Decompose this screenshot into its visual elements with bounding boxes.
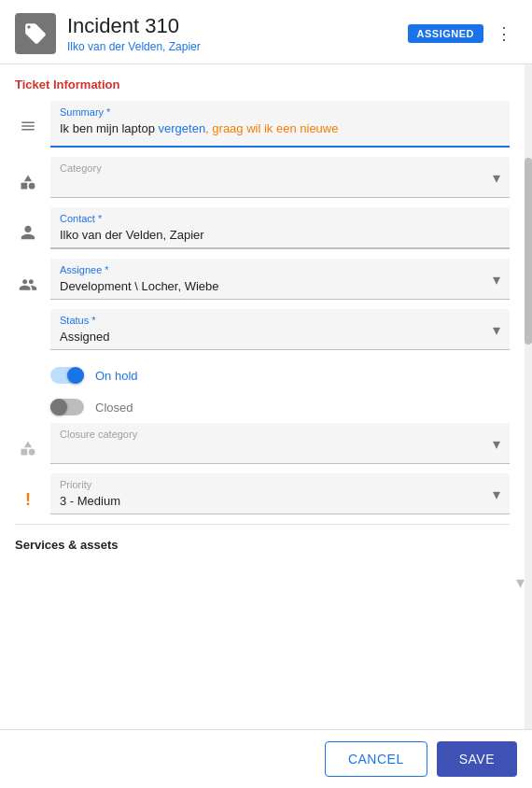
tag-svg <box>23 21 48 46</box>
priority-field-wrapper[interactable]: Priority 3 - Medium ▾ <box>50 473 510 514</box>
scrollbar-track[interactable] <box>525 64 532 729</box>
person-icon <box>20 224 36 241</box>
menu-icon <box>20 118 36 134</box>
header-text: Incident 310 Ilko van der Velden, Zapier <box>67 14 408 53</box>
contact-icon <box>15 207 41 241</box>
incident-title: Incident 310 <box>67 14 408 38</box>
main-content: Ticket Information Summary * Ik ben mijn… <box>0 64 532 729</box>
cancel-button[interactable]: CANCEL <box>325 741 427 777</box>
summary-part-1: Ik ben mijn laptop <box>60 121 159 135</box>
svg-point-2 <box>29 449 35 456</box>
closed-knob <box>50 399 67 415</box>
content-inner: Ticket Information Summary * Ik ben mijn… <box>0 64 532 572</box>
assignee-field-wrapper[interactable]: Assignee * Development \ Locher, Wiebe ▾ <box>50 259 510 300</box>
assignee-icon <box>15 259 41 294</box>
closed-row: Closed <box>15 391 510 423</box>
scrollbar-thumb[interactable] <box>525 158 532 345</box>
header-actions: ASSIGNED ⋮ <box>408 21 517 47</box>
contact-row: Contact * Ilko van der Velden, Zapier <box>15 207 510 249</box>
summary-part-3: , graag wil ik een nieuwe <box>205 121 338 135</box>
closure-category-field-wrapper[interactable]: Closure category ▾ <box>50 423 510 464</box>
closure-category-row: Closure category ▾ <box>15 423 510 464</box>
assignee-row: Assignee * Development \ Locher, Wiebe ▾ <box>15 259 510 300</box>
summary-field-wrapper: Summary * Ik ben mijn laptop vergeten, g… <box>50 101 510 148</box>
more-icon[interactable]: ⋮ <box>491 21 517 47</box>
incident-subtitle: Ilko van der Velden, Zapier <box>67 40 408 53</box>
closure-category-select[interactable] <box>50 423 510 464</box>
save-button[interactable]: SAVE <box>437 741 517 777</box>
summary-value[interactable]: Ik ben mijn laptop vergeten, graag wil i… <box>50 101 510 146</box>
svg-rect-3 <box>21 449 28 456</box>
summary-row: Summary * Ik ben mijn laptop vergeten, g… <box>15 101 510 148</box>
category-field-wrapper[interactable]: Category ▾ <box>50 157 510 198</box>
footer: CANCEL SAVE <box>0 729 532 788</box>
on-hold-row: On hold <box>15 359 510 391</box>
summary-part-2: vergeten <box>159 121 206 135</box>
contact-field-wrapper: Contact * Ilko van der Velden, Zapier <box>50 207 510 249</box>
status-row: Status * Assigned ▾ <box>15 309 510 350</box>
svg-point-0 <box>29 183 35 190</box>
incident-icon <box>15 13 56 54</box>
services-section: Services & assets <box>15 524 510 557</box>
services-title: Services & assets <box>15 538 510 552</box>
header: Incident 310 Ilko van der Velden, Zapier… <box>0 0 532 64</box>
summary-icon <box>15 101 41 134</box>
closure-category-icon <box>15 423 41 457</box>
contact-field-container: Contact * Ilko van der Velden, Zapier <box>50 207 510 249</box>
priority-select[interactable]: 3 - Medium <box>50 473 510 514</box>
group-icon <box>19 275 37 294</box>
category-select[interactable] <box>50 157 510 198</box>
exclamation-icon: ! <box>25 490 31 510</box>
category-row: Category ▾ <box>15 157 510 198</box>
status-select[interactable]: Assigned <box>50 309 510 350</box>
status-badge: ASSIGNED <box>408 24 483 43</box>
ticket-info-section-title: Ticket Information <box>15 64 510 101</box>
closure-category-svg-icon <box>20 440 36 457</box>
category-icon <box>15 157 41 190</box>
closed-toggle[interactable] <box>50 399 84 415</box>
priority-icon: ! <box>15 473 41 510</box>
priority-row: ! Priority 3 - Medium ▾ <box>15 473 510 514</box>
closed-label: Closed <box>95 401 133 415</box>
category-svg-icon <box>20 174 36 190</box>
contact-value: Ilko van der Velden, Zapier <box>50 207 510 248</box>
status-field-wrapper[interactable]: Status * Assigned ▾ <box>50 309 510 350</box>
on-hold-knob <box>67 367 84 384</box>
scroll-down-icon: ▾ <box>516 572 525 593</box>
on-hold-label: On hold <box>95 369 138 383</box>
assignee-select[interactable]: Development \ Locher, Wiebe <box>50 259 510 300</box>
svg-rect-1 <box>21 183 28 190</box>
summary-field-container: Summary * Ik ben mijn laptop vergeten, g… <box>50 101 510 148</box>
on-hold-toggle[interactable] <box>50 367 84 384</box>
